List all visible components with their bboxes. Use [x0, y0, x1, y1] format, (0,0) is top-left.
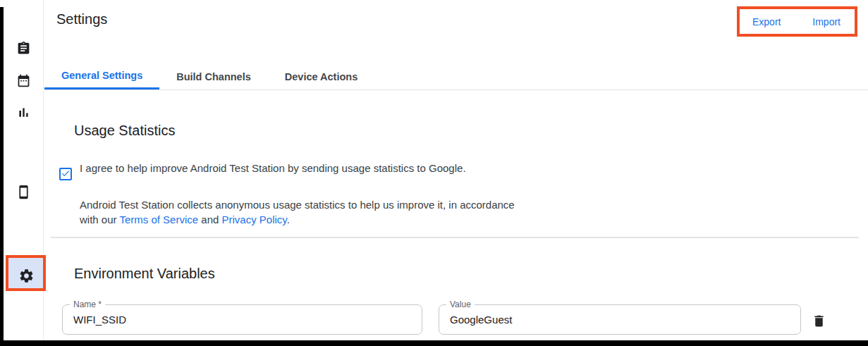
smartphone-icon: [16, 185, 33, 199]
sidebar: [4, 0, 44, 340]
sidebar-item-devices[interactable]: [16, 183, 33, 200]
screenshot-frame-bottom: [0, 340, 868, 346]
terms-of-service-link[interactable]: Terms of Service: [119, 214, 198, 225]
sidebar-item-settings[interactable]: [18, 267, 35, 284]
sidebar-item-tests[interactable]: [16, 39, 33, 56]
tab-build-channels[interactable]: Build Channels: [159, 63, 268, 89]
sidebar-item-reports[interactable]: [16, 104, 33, 121]
tab-general-settings[interactable]: General Settings: [44, 63, 159, 89]
bar-chart-icon: [16, 105, 33, 120]
env-var-name-field: Name *: [62, 304, 422, 335]
usage-stats-checkbox[interactable]: [59, 168, 72, 180]
settings-tabbar: General Settings Build Channels Device A…: [44, 63, 868, 90]
environment-variables-heading: Environment Variables: [74, 266, 215, 282]
usage-stats-checkbox-label: I agree to help improve Android Test Sta…: [80, 160, 503, 176]
calendar-icon: [16, 73, 33, 88]
page-title: Settings: [56, 11, 107, 27]
clipboard-icon: [16, 41, 33, 56]
trash-icon: [812, 314, 829, 328]
usage-statistics-heading: Usage Statistics: [74, 123, 175, 139]
gear-icon: [18, 268, 35, 284]
sidebar-item-schedule[interactable]: [16, 72, 33, 89]
checkmark-icon: [61, 168, 71, 180]
env-var-name-input[interactable]: [73, 306, 411, 333]
annotation-box-export-import: Export Import: [737, 6, 857, 37]
import-button[interactable]: Import: [812, 16, 841, 27]
privacy-policy-link[interactable]: Privacy Policy: [222, 214, 287, 225]
tab-device-actions[interactable]: Device Actions: [268, 63, 374, 89]
env-var-value-field: Value: [439, 304, 801, 335]
section-divider: [51, 237, 859, 238]
export-button[interactable]: Export: [752, 16, 781, 27]
description-text: .: [287, 214, 290, 225]
delete-env-var-button[interactable]: [812, 312, 829, 329]
usage-stats-description: Android Test Station collects anonymous …: [80, 197, 527, 227]
env-var-value-input[interactable]: [450, 306, 790, 333]
description-text: and: [198, 214, 221, 225]
